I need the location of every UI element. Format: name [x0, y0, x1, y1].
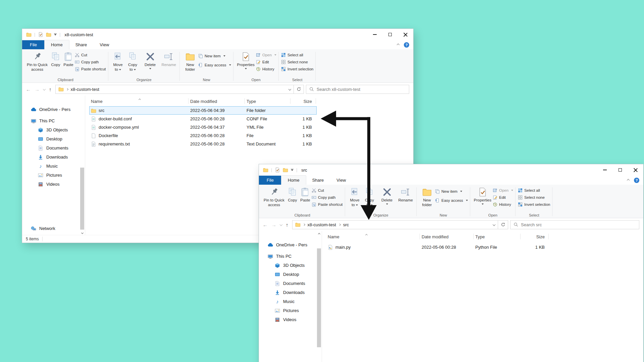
column-header-size[interactable]: Size	[521, 232, 549, 242]
sidebar-scrollbar[interactable]	[317, 231, 322, 362]
maximize-button[interactable]	[382, 29, 398, 40]
edit-button[interactable]: Edit	[256, 59, 276, 65]
column-header-type[interactable]: Type	[245, 96, 290, 106]
invert-selection-button[interactable]: Invert selection	[518, 201, 550, 207]
sidebar-item-3d-objects[interactable]: 3D Objects	[22, 125, 80, 134]
tab-view[interactable]: View	[330, 176, 352, 185]
file-row-requirements-txt[interactable]: requirements.txt 2022-05-06 00:28 Text D…	[89, 140, 317, 148]
new-item-button[interactable]: New item	[198, 53, 231, 59]
invert-selection-button[interactable]: Invert selection	[281, 66, 313, 72]
cut-button[interactable]: Cut	[312, 187, 343, 193]
sidebar-item-pictures[interactable]: Pictures	[22, 171, 80, 180]
sidebar-item-downloads[interactable]: Downloads	[259, 288, 317, 297]
select-none-button[interactable]: Select none	[281, 59, 313, 65]
copy-button[interactable]: Copy	[286, 186, 299, 203]
paste-button[interactable]: Paste	[299, 186, 312, 203]
breadcrumb-chevron-icon[interactable]	[66, 88, 68, 90]
cut-button[interactable]: Cut	[75, 52, 106, 58]
collapse-ribbon-icon[interactable]	[627, 179, 630, 181]
sidebar-item-desktop[interactable]: Desktop	[22, 134, 80, 143]
copy-button[interactable]: Copy	[49, 51, 62, 68]
sidebar-item-network[interactable]: Network	[22, 224, 80, 233]
up-button[interactable]: ↑	[286, 222, 288, 228]
column-header-name[interactable]: Name	[326, 232, 420, 242]
scrollbar-thumb[interactable]	[80, 168, 84, 230]
address-dropdown-icon[interactable]	[493, 223, 495, 226]
sidebar-item-desktop[interactable]: Desktop	[259, 270, 317, 279]
breadcrumb[interactable]: src	[343, 222, 349, 227]
properties-button[interactable]: Properties	[473, 186, 493, 205]
easy-access-button[interactable]: Easy access	[198, 62, 231, 68]
copy-to-button[interactable]: Copy to	[125, 51, 140, 73]
file-row-dockerfile[interactable]: Dockerfile 2022-05-06 00:28 File 1 KB	[89, 131, 317, 140]
properties-button[interactable]: Properties	[236, 51, 256, 70]
sidebar-item-onedrive[interactable]: OneDrive - Pers	[259, 240, 317, 249]
new-folder-button[interactable]: New folder	[182, 51, 198, 73]
column-header-type[interactable]: Type	[474, 232, 521, 242]
delete-button[interactable]: Delete	[377, 186, 397, 205]
rename-button[interactable]: Rename	[160, 51, 177, 68]
help-icon[interactable]: ?	[634, 178, 639, 183]
address-dropdown-icon[interactable]	[288, 88, 291, 90]
titlebar[interactable]: | | src	[259, 164, 643, 176]
scroll-down-icon[interactable]	[80, 230, 84, 235]
recent-locations-icon[interactable]	[43, 88, 46, 90]
delete-button[interactable]: Delete	[140, 51, 160, 70]
tab-home[interactable]: Home	[281, 176, 306, 185]
search-input[interactable]: Search src	[510, 220, 639, 229]
maximize-button[interactable]	[612, 164, 628, 176]
paste-shortcut-button[interactable]: Paste shortcut	[312, 201, 343, 207]
open-button[interactable]: Open	[256, 52, 276, 58]
qat-new-folder-icon[interactable]	[283, 167, 288, 173]
address-input[interactable]: x8-custom-test src	[292, 220, 498, 229]
close-button[interactable]	[628, 164, 643, 176]
select-all-button[interactable]: Select all	[518, 187, 550, 193]
refresh-button[interactable]	[294, 85, 304, 94]
column-header-size[interactable]: Size	[290, 96, 316, 106]
help-icon[interactable]: ?	[404, 42, 409, 48]
breadcrumb-chevron-icon[interactable]	[303, 223, 305, 226]
back-button[interactable]: ←	[263, 222, 268, 228]
copy-path-button[interactable]: Copy path	[312, 194, 343, 200]
sidebar-item-3d-objects[interactable]: 3D Objects	[259, 261, 317, 270]
sidebar-item-videos[interactable]: Videos	[22, 180, 80, 189]
sidebar-item-music[interactable]: ♪ Music	[259, 297, 317, 306]
collapse-ribbon-icon[interactable]	[397, 43, 399, 46]
qat-properties-icon[interactable]	[275, 167, 280, 173]
move-to-button[interactable]: Move to	[111, 51, 125, 73]
move-to-button[interactable]: Move to	[347, 186, 362, 208]
select-all-button[interactable]: Select all	[281, 52, 313, 58]
forward-button[interactable]: →	[271, 222, 276, 228]
new-item-button[interactable]: New item	[435, 188, 468, 194]
close-button[interactable]	[398, 29, 413, 40]
tab-file[interactable]: File	[22, 40, 45, 49]
scrollbar-thumb[interactable]	[317, 248, 321, 347]
address-input[interactable]: x8-custom-test	[55, 85, 294, 94]
minimize-button[interactable]	[597, 164, 612, 176]
easy-access-button[interactable]: Easy access	[435, 197, 468, 203]
breadcrumb-parent[interactable]: x8-custom-test	[308, 222, 336, 227]
up-button[interactable]: ↑	[49, 86, 52, 92]
scroll-up-icon[interactable]	[317, 232, 321, 236]
edit-button[interactable]: Edit	[493, 194, 513, 200]
breadcrumb[interactable]: x8-custom-test	[71, 87, 99, 92]
sidebar-item-documents[interactable]: Documents	[259, 279, 317, 288]
back-button[interactable]: ←	[26, 86, 31, 92]
select-none-button[interactable]: Select none	[518, 194, 550, 200]
file-row-main-py[interactable]: main.py 2022-05-06 00:28 Python File 1 K…	[326, 243, 549, 251]
tab-share[interactable]: Share	[69, 40, 94, 49]
sidebar-item-onedrive[interactable]: OneDrive - Pers	[22, 105, 80, 114]
sidebar-scrollbar[interactable]	[80, 96, 85, 235]
sidebar-item-this-pc[interactable]: This PC	[22, 116, 80, 125]
minimize-button[interactable]	[367, 29, 382, 40]
rename-button[interactable]: Rename	[397, 186, 414, 203]
file-row-src[interactable]: src 2022-05-06 04:39 File folder	[89, 106, 317, 115]
tab-home[interactable]: Home	[45, 40, 69, 49]
new-folder-button[interactable]: New folder	[419, 186, 435, 208]
copy-to-button[interactable]: Copy to	[362, 186, 377, 208]
titlebar[interactable]: | | x8-custom-test	[22, 29, 413, 40]
tab-file[interactable]: File	[259, 176, 281, 185]
open-button[interactable]: Open	[493, 187, 513, 193]
breadcrumb-chevron-icon[interactable]	[338, 223, 341, 226]
paste-shortcut-button[interactable]: Paste shortcut	[75, 66, 106, 72]
